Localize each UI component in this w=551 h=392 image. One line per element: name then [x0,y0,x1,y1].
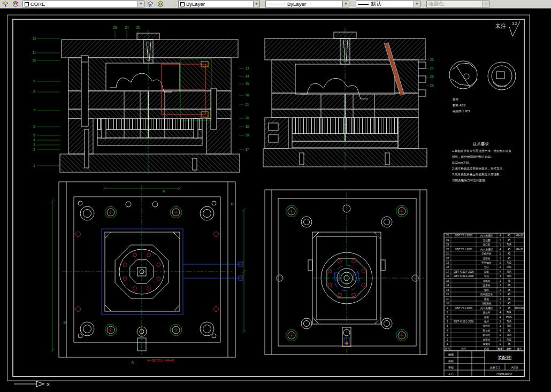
lineweight-combo[interactable]: 默认 ▼ [356,1,420,7]
parts-table-cell: 1 [500,325,501,327]
color-chip [180,2,185,6]
color-combo[interactable]: ByLayer ▼ [178,1,260,7]
balloon-label: 9 [33,79,35,83]
parts-table-cell: GB/T 4169.4-2006 [454,271,474,273]
parts-table-cell: 45 [508,343,511,345]
parts-table-cell: 推杆 [484,320,489,323]
layer-states-icon[interactable] [156,1,165,7]
parts-table-cell: 6 [447,320,448,323]
title-field-check: 校核 [448,359,454,363]
ejector-pin-circle [133,253,137,257]
parts-table-cell: M10×80 [515,307,524,310]
title-block-text: 制图 校核 审核 工艺 装配图 比例 1:1 共1张 注塑模具设计 [448,353,518,375]
ucs-icon: X [14,381,50,387]
balloon-label: 3 [33,143,35,147]
parts-table-cell: 45 [508,239,511,242]
parts-table-cell: 限位钉 [483,329,491,332]
balloon-label: 2 [33,148,35,151]
parts-table-cell: 13 [446,289,449,291]
parts-table-cell: 浇口套 [483,243,491,247]
parts-table-cell: 1 [500,339,501,341]
parts-table-cell: 拉料杆 [483,325,491,327]
parts-table-cell: 1 [500,266,501,268]
parts-table-cell: 65Mn [506,316,512,319]
balloon-label: 19 [245,125,249,128]
lineweight-combo-arrow[interactable]: ▼ [414,1,420,7]
parts-table-cell: 4 [500,275,501,278]
red-annotation: 4—GB/T70.1—M6×45 [147,359,174,362]
balloon-label: 6 [33,125,35,128]
parts-table-cell: M6×20 [516,248,524,251]
balloon-label: 26 [430,58,434,62]
balloon-label: 24 [125,26,129,29]
ejector-pin-circle [352,293,356,297]
parts-table-cell: 备注 [517,348,522,350]
parts-table-cell: 1 [500,239,501,242]
parts-table-cell: 数量 [498,348,503,350]
parts-table-cell: T8A [507,311,511,314]
surface-finish-label: 未注 [495,23,506,29]
linetype-combo-arrow[interactable]: ▼ [342,1,349,7]
layer-previous-icon[interactable] [146,1,155,7]
tech-note-line: 3.模具装配后各运动机构无卡滞现象， [452,173,502,176]
layer-combo-arrow[interactable]: ▼ [137,1,144,7]
red-details-left [76,232,219,336]
parts-table-cell: 楔紧块 [483,342,491,345]
parts-table-cell: 侧滑块 [483,339,491,342]
parts-table-cell: 1 [500,257,501,260]
parts-table-cell: GB/T 70.1-2000 [455,234,472,237]
linetype-combo[interactable]: ByLayer ▼ [265,1,349,7]
section-letters: A A B B [64,189,234,364]
plan-view-moving-half [59,182,235,357]
lineweight-sample [358,4,369,5]
parts-table-cell: 1 [500,343,501,345]
parts-table-cell: 1 [500,284,501,287]
parts-table-cell: 45 [508,284,511,287]
parts-table-cell: P20 [507,262,511,264]
part-info-line: 收缩率 1.005 [453,110,470,113]
tech-note-line: 0.02mm之间。 [452,161,472,165]
surface-finish-note: 未注 3.2 [495,21,520,36]
bolt-crosshair [400,209,404,213]
parts-table-cell: 定模座板 [481,252,492,256]
part-detail-views [449,61,516,90]
layer-combo[interactable]: CORE ▼ [22,1,144,7]
layer-properties-icon[interactable] [11,1,20,7]
parts-table-cell: 1 [500,243,501,246]
parts-table-cell: 1 [500,262,501,264]
parts-table-cell: 45 [508,257,511,260]
surface-finish-value: 3.2 [512,21,517,25]
parts-table-cell: 弹簧 [484,316,489,319]
parts-table-cell: 23 [446,243,449,246]
bolt-crosshair [289,209,294,213]
drawing-canvas[interactable]: 未注 3.2 [0,9,551,392]
ejector-pin-circle [133,287,137,290]
balloon-label: 25 [136,26,140,29]
dimension-lines [51,187,246,352]
parts-table-cell: 19 [446,262,449,264]
parts-table-cell: 内六角螺钉 [480,306,493,310]
drawing-title: 装配图 [498,355,512,360]
drawing-svg: 未注 3.2 [0,9,551,392]
parts-table-cell: 8 [447,311,448,314]
parts-table-cell: 型腔镶块 [481,261,492,265]
ejector-pin-circle [147,287,151,290]
balloon-label: 12 [32,36,36,40]
parts-table-cell: 材料 [506,348,512,351]
parts-table-cell: 14 [446,284,449,287]
balloon-label: 27 [430,66,434,70]
plotstyle-combo-value: 随颜色 [428,1,444,7]
linetype-combo-value: ByLayer [287,1,306,7]
parts-table-cell: 1 [500,252,501,255]
parts-table-cell: 45 [508,302,511,305]
make-object-layer-current-icon[interactable] [1,1,10,7]
tech-note-line: 2.浇注系统流道表面应抛光，动作灵活。 [452,167,506,171]
parts-table-cell: 24 [446,239,449,242]
ejector-pin-circle [328,270,332,273]
parts-table-cell: 4 [500,271,501,273]
balloon-label: 13 [245,66,249,70]
parts-table-cell: 12 [446,293,449,296]
part-info-line: 材料 ABS [452,104,465,107]
color-combo-arrow[interactable]: ▼ [253,1,259,7]
parts-table-cell: GB/T 4169.1-2006 [454,320,474,323]
